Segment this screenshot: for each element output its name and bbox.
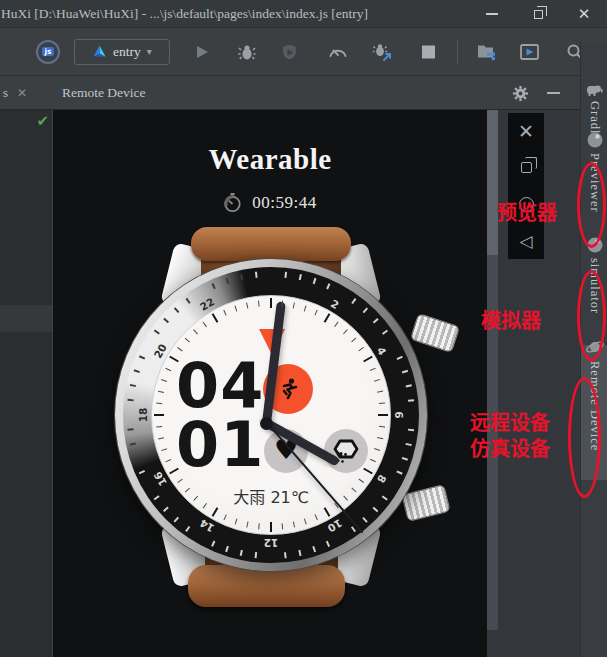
weather-condition: 大雨 xyxy=(233,488,265,507)
bezel-tick xyxy=(174,307,179,313)
run-icon xyxy=(194,44,210,60)
dial-tick xyxy=(343,329,348,334)
bezel-tick xyxy=(397,356,403,360)
tab-label: s xyxy=(3,85,8,101)
bezel-tick xyxy=(240,274,243,280)
dial-tick xyxy=(161,379,167,382)
bezel-tick xyxy=(406,443,412,446)
bezel-tick xyxy=(326,541,330,547)
tab-row: s ✕ Remote Device xyxy=(0,76,580,110)
chevron-down-icon: ▾ xyxy=(147,46,152,57)
bezel-tick xyxy=(186,298,191,304)
dial-tick xyxy=(166,459,172,463)
dial-tick xyxy=(304,518,307,524)
restore-button[interactable] xyxy=(515,0,561,28)
gear-icon[interactable] xyxy=(512,85,529,102)
sync-js-icon[interactable]: js xyxy=(36,40,60,64)
run-configuration-select[interactable]: entry ▾ xyxy=(74,39,170,65)
run-button[interactable] xyxy=(194,44,210,60)
stop-button[interactable] xyxy=(422,45,435,58)
bezel-tick xyxy=(226,278,229,284)
window-title: HuXi [D:\HuaWei\HuXi] - ...\js\default\p… xyxy=(1,6,368,22)
dial-tick xyxy=(194,329,199,334)
dial-tick xyxy=(212,507,219,517)
bezel-tick xyxy=(134,457,140,460)
dial-tick xyxy=(374,379,380,382)
dial-tick xyxy=(352,338,357,343)
dial-tick xyxy=(370,368,376,372)
bezel-tick xyxy=(255,272,257,278)
bezel-tick xyxy=(174,517,179,523)
bezel-tick xyxy=(154,330,160,335)
debug-button[interactable] xyxy=(238,43,256,61)
titlebar: HuXi [D:\HuaWei\HuXi] - ...\js\default\p… xyxy=(0,0,607,28)
time-minutes: 01 xyxy=(176,415,264,474)
window-controls: ✕ xyxy=(469,0,607,28)
dial-tick xyxy=(203,322,207,328)
tab-close-icon[interactable]: ✕ xyxy=(17,86,27,100)
dial-tick xyxy=(246,521,248,527)
attach-debugger-button[interactable] xyxy=(372,42,392,62)
preview-scrollbar[interactable] xyxy=(487,110,498,657)
dial-tick xyxy=(270,298,272,308)
ide-window: HuXi [D:\HuaWei\HuXi] - ...\js\default\p… xyxy=(0,0,607,657)
runner-icon xyxy=(274,375,302,403)
project-structure-button[interactable] xyxy=(477,43,496,60)
bug-icon xyxy=(238,43,256,61)
editor-tab-partial[interactable]: s ✕ xyxy=(0,76,53,110)
dial-tick xyxy=(235,518,238,524)
dial-tick xyxy=(304,305,307,311)
watch-strap-top-roll xyxy=(191,227,351,261)
hexagon-icon xyxy=(330,437,362,465)
dial-tick xyxy=(157,402,163,404)
dial-tick xyxy=(370,459,376,463)
remote-device-preview: Wearable 00:59:44 xyxy=(53,110,487,657)
bezel-tick xyxy=(255,552,257,558)
dial-tick xyxy=(359,479,365,483)
scrollbar-thumb[interactable] xyxy=(487,110,498,255)
dial-tick xyxy=(185,338,190,343)
watch-crown xyxy=(410,313,460,353)
preview-close-icon[interactable]: ✕ xyxy=(516,121,536,141)
attach-debugger-icon xyxy=(372,42,392,62)
wearable-watch: 121416182022246810 04 01 xyxy=(101,225,441,605)
dial-tick xyxy=(377,391,383,393)
deveco-logo-icon xyxy=(92,44,107,59)
watch-dial: 04 01 ♥ xyxy=(151,295,391,535)
close-icon: ✕ xyxy=(578,7,591,22)
preview-back-icon[interactable]: ◁ xyxy=(516,231,536,251)
bezel-tick xyxy=(284,552,286,558)
coverage-shield-icon xyxy=(281,43,298,60)
panel-minimize-icon[interactable] xyxy=(547,92,560,94)
annotation-circle-previewer xyxy=(577,162,606,248)
bezel-tick xyxy=(139,356,145,360)
coverage-button[interactable] xyxy=(281,43,298,60)
bezel-tick xyxy=(299,274,302,280)
bezel-tick xyxy=(351,526,356,532)
bezel-tick xyxy=(130,384,136,387)
close-button[interactable]: ✕ xyxy=(561,0,607,28)
stopwatch-icon xyxy=(223,192,242,213)
dial-tick xyxy=(212,313,219,323)
dial-tick xyxy=(158,437,164,439)
toolbar-divider xyxy=(457,40,458,64)
time-display: 04 01 xyxy=(176,356,264,474)
bezel-tick xyxy=(373,318,379,323)
bezel-tick xyxy=(240,550,243,556)
bezel-tick xyxy=(128,429,134,431)
profiler-button[interactable] xyxy=(328,43,348,61)
hex-badge xyxy=(324,429,368,473)
minimize-button[interactable] xyxy=(469,0,515,28)
annotation-circle-remote xyxy=(568,377,601,498)
dial-tick xyxy=(258,301,260,307)
annotation-remote-2: 仿真设备 xyxy=(470,433,550,462)
dial-tick xyxy=(293,521,295,527)
scrollbar-bottom xyxy=(487,630,498,657)
annotation-remote-1: 远程设备 xyxy=(470,407,550,436)
editor-strip: ✔ xyxy=(0,110,53,657)
main-toolbar: js entry ▾ xyxy=(0,28,607,76)
preview-float-icon[interactable] xyxy=(516,158,536,178)
weather-temp: 21℃ xyxy=(270,488,308,507)
bezel-tick xyxy=(163,318,169,323)
run-console-button[interactable] xyxy=(520,44,539,60)
